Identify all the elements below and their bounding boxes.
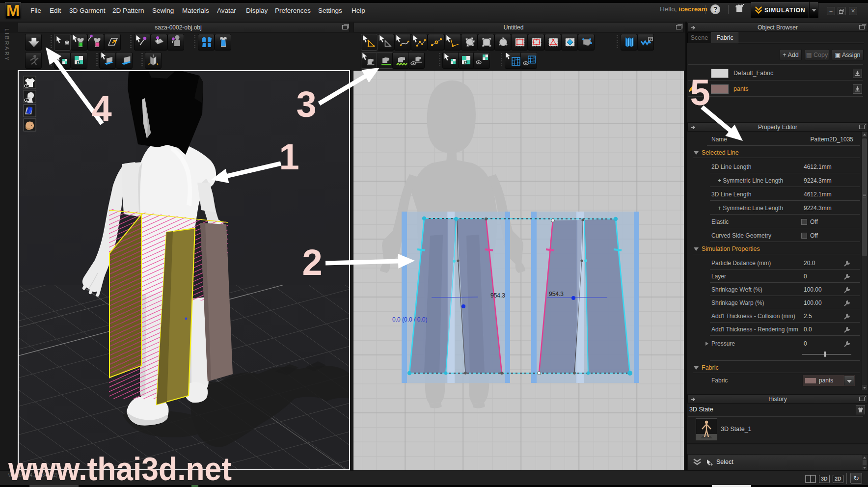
svg-text:4: 4 xyxy=(91,88,111,129)
svg-text:1: 1 xyxy=(279,136,299,177)
svg-text:3: 3 xyxy=(296,84,316,125)
svg-text:2: 2 xyxy=(302,242,322,283)
svg-text:5: 5 xyxy=(690,72,710,113)
svg-text:www.thai3d.net: www.thai3d.net xyxy=(8,451,232,487)
